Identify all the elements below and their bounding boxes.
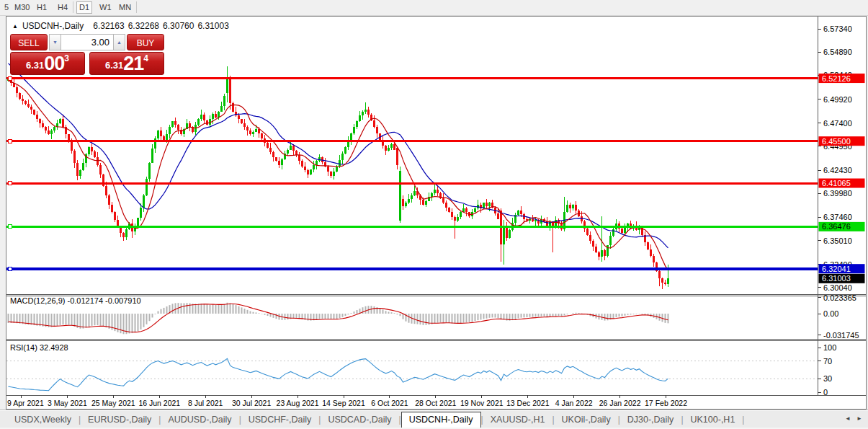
candle-down (215, 114, 217, 118)
buy-price-panel[interactable]: 6.31214 (89, 52, 164, 75)
macd-label: MACD(12,26,9) -0.012174 -0.007910 (10, 296, 141, 305)
tab-uk100-h1[interactable]: UK100-,H1 (684, 412, 743, 428)
volume-increase-button[interactable]: ▲ (113, 34, 125, 50)
price-tick-label: 6.57340 (823, 25, 852, 33)
sell-button[interactable]: SELL (10, 34, 48, 50)
candle-down (71, 142, 73, 151)
candle-up (425, 201, 427, 205)
line-handle[interactable] (8, 225, 12, 229)
candle-down (267, 143, 269, 148)
line-handle[interactable] (8, 267, 12, 270)
candle-down (595, 247, 597, 252)
price-badges-layer: 6.521266.455006.410656.364766.320416.310… (819, 74, 865, 283)
candle-down (241, 119, 243, 123)
candle-down (621, 229, 623, 234)
timeframe-button-h1[interactable]: H1 (34, 1, 50, 14)
buy-price-big: 21 (123, 54, 143, 74)
candle-down (451, 212, 453, 217)
candle-up (336, 167, 338, 172)
volume-decrease-button[interactable]: ▼ (49, 34, 61, 50)
candle-up (388, 148, 390, 151)
candle-down (19, 93, 21, 99)
rsi-line (9, 358, 668, 390)
candle-up (318, 157, 321, 161)
rsi-tick-label: 100 (823, 343, 836, 352)
tab-eurusd-daily[interactable]: EURUSD-,Daily (81, 412, 158, 428)
candle-down (91, 147, 93, 152)
candle-up (353, 127, 355, 133)
moving-average-line[interactable] (9, 63, 668, 248)
tab-audusd-daily[interactable]: AUDUSD-,Daily (161, 412, 238, 428)
line-handle[interactable] (8, 182, 12, 185)
tab-scroll-left-icon[interactable]: ◄ (845, 415, 851, 422)
tab-xauusd-h1[interactable]: XAUUSD-,H1 (483, 412, 552, 428)
candle-up (50, 131, 53, 134)
collapse-arrow-icon[interactable]: ▲ (12, 23, 18, 30)
ohlc-high: 6.32268 (128, 21, 159, 31)
candle-up (488, 203, 491, 206)
price-tick-label: 6.42430 (823, 166, 852, 174)
candle-up (290, 146, 292, 149)
buy-button[interactable]: BUY (127, 34, 164, 50)
candle-down (30, 107, 32, 110)
candle-up (503, 226, 505, 244)
candle-down (437, 190, 439, 193)
line-handle[interactable] (8, 76, 12, 80)
candle-down (373, 120, 375, 127)
date-label: 9 Apr 2021 (7, 399, 44, 407)
tab-dj30-daily[interactable]: DJ30-,Daily (620, 412, 681, 428)
candle-down (105, 186, 107, 195)
candle-down (448, 208, 450, 213)
candle-down (160, 131, 162, 136)
tab-usdcad-daily[interactable]: USDCAD-,Daily (321, 412, 398, 428)
candle-down (422, 200, 424, 205)
price-tick-label: 6.39980 (823, 189, 852, 198)
chart-title: ▲USDCNH-,Daily6.321636.322686.307606.310… (12, 21, 229, 31)
date-label: 25 May 2021 (91, 399, 135, 407)
timeframe-button-5[interactable]: 5 (1, 1, 12, 14)
horizontal-lines-layer (6, 76, 818, 270)
candle-down (445, 203, 447, 208)
application-window: 5M30H1H4D1W1MN 6.573406.548906.524406.49… (0, 0, 868, 429)
candle-up (667, 278, 669, 284)
candle-down (229, 79, 231, 103)
candle-down (307, 170, 309, 174)
timeframe-button-mn[interactable]: MN (116, 1, 134, 14)
candle-down (272, 152, 274, 157)
candle-down (396, 148, 398, 165)
volume-input[interactable] (61, 34, 113, 50)
candle-down (48, 131, 50, 134)
candle-up (609, 236, 612, 245)
candle-down (298, 155, 300, 161)
sell-price-panel[interactable]: 6.31003 (10, 52, 85, 75)
timeframe-button-h4[interactable]: H4 (55, 1, 71, 14)
buy-price-sup: 4 (143, 54, 148, 63)
candle-up (137, 218, 139, 226)
candle-up (474, 208, 476, 212)
candle-up (171, 121, 174, 127)
ohlc-low: 6.30760 (163, 21, 194, 31)
tab-usdchf-daily[interactable]: USDCHF-,Daily (241, 412, 319, 428)
candle-down (177, 125, 179, 130)
candle-down (486, 203, 488, 206)
timeframe-button-w1[interactable]: W1 (97, 1, 115, 14)
candle-up (413, 191, 416, 195)
candle-down (39, 119, 41, 123)
candle-down (321, 157, 323, 162)
candle-down (598, 252, 600, 257)
tab-scroll-right-icon[interactable]: ► (856, 415, 862, 422)
candle-up (53, 127, 55, 131)
tab-usdcnh-daily[interactable]: USDCNH-,Daily (401, 412, 481, 428)
line-handle[interactable] (8, 139, 12, 143)
candle-up (200, 115, 202, 120)
candle-up (197, 119, 200, 125)
candle-up (572, 205, 574, 208)
date-label: 3 May 2021 (48, 399, 87, 407)
candle-up (362, 112, 364, 115)
timeframe-button-d1[interactable]: D1 (76, 1, 92, 14)
timeframe-button-m30[interactable]: M30 (12, 1, 32, 14)
tab-usdx-weekly[interactable]: USDX,Weekly (7, 412, 79, 428)
candle-down (604, 250, 606, 256)
tab-ukoil-daily[interactable]: UKOil-,Daily (555, 412, 618, 428)
moving-average-line[interactable] (9, 81, 668, 270)
